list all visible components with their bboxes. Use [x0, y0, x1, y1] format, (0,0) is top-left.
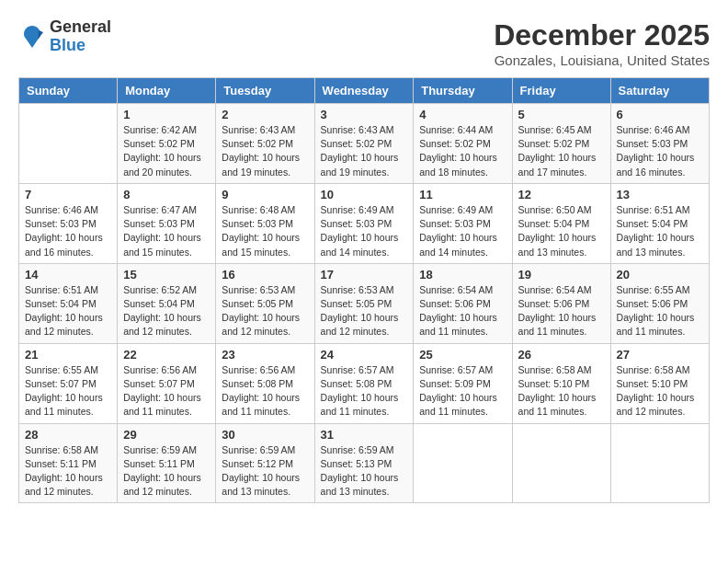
day-info: Sunrise: 6:55 AM Sunset: 5:07 PM Dayligh… — [25, 363, 111, 419]
calendar-table: SundayMondayTuesdayWednesdayThursdayFrid… — [18, 77, 710, 503]
day-number: 4 — [419, 108, 506, 121]
day-info: Sunrise: 6:59 AM Sunset: 5:13 PM Dayligh… — [321, 443, 408, 500]
day-number: 19 — [518, 268, 605, 282]
day-number: 9 — [222, 188, 308, 201]
day-info: Sunrise: 6:52 AM Sunset: 5:04 PM Dayligh… — [123, 283, 210, 339]
day-number: 11 — [419, 188, 506, 201]
day-number: 29 — [123, 428, 210, 442]
column-header-friday: Friday — [512, 78, 610, 104]
column-header-sunday: Sunday — [19, 78, 118, 104]
day-cell: 7Sunrise: 6:46 AM Sunset: 5:03 PM Daylig… — [19, 183, 118, 263]
day-info: Sunrise: 6:59 AM Sunset: 5:12 PM Dayligh… — [222, 443, 308, 500]
column-header-tuesday: Tuesday — [216, 78, 314, 104]
day-number: 22 — [123, 348, 210, 362]
day-cell: 6Sunrise: 6:46 AM Sunset: 5:03 PM Daylig… — [610, 104, 709, 184]
day-cell: 13Sunrise: 6:51 AM Sunset: 5:04 PM Dayli… — [610, 183, 709, 263]
logo: General Blue — [18, 18, 111, 55]
day-info: Sunrise: 6:43 AM Sunset: 5:02 PM Dayligh… — [321, 123, 408, 179]
day-cell: 28Sunrise: 6:58 AM Sunset: 5:11 PM Dayli… — [19, 423, 118, 503]
day-cell — [610, 423, 709, 503]
day-info: Sunrise: 6:51 AM Sunset: 5:04 PM Dayligh… — [617, 203, 703, 259]
week-row-2: 7Sunrise: 6:46 AM Sunset: 5:03 PM Daylig… — [19, 183, 710, 263]
day-info: Sunrise: 6:48 AM Sunset: 5:03 PM Dayligh… — [222, 203, 308, 259]
day-cell: 24Sunrise: 6:57 AM Sunset: 5:08 PM Dayli… — [314, 343, 414, 423]
day-number: 5 — [518, 108, 605, 121]
day-info: Sunrise: 6:51 AM Sunset: 5:04 PM Dayligh… — [25, 283, 111, 339]
day-info: Sunrise: 6:50 AM Sunset: 5:04 PM Dayligh… — [518, 203, 605, 259]
day-number: 16 — [222, 268, 308, 282]
day-info: Sunrise: 6:46 AM Sunset: 5:03 PM Dayligh… — [617, 123, 703, 179]
day-cell — [414, 423, 512, 503]
day-number: 27 — [617, 348, 703, 362]
day-number: 13 — [617, 188, 703, 201]
day-info: Sunrise: 6:54 AM Sunset: 5:06 PM Dayligh… — [518, 283, 605, 339]
day-cell: 9Sunrise: 6:48 AM Sunset: 5:03 PM Daylig… — [216, 183, 314, 263]
day-cell — [512, 423, 610, 503]
day-number: 21 — [25, 348, 111, 362]
column-header-monday: Monday — [118, 78, 216, 104]
logo-general-text: General — [50, 17, 111, 36]
day-info: Sunrise: 6:55 AM Sunset: 5:06 PM Dayligh… — [617, 283, 703, 339]
day-number: 3 — [321, 108, 408, 121]
day-cell: 1Sunrise: 6:42 AM Sunset: 5:02 PM Daylig… — [118, 104, 216, 184]
calendar-body: 1Sunrise: 6:42 AM Sunset: 5:02 PM Daylig… — [19, 104, 710, 503]
day-info: Sunrise: 6:59 AM Sunset: 5:11 PM Dayligh… — [123, 443, 210, 500]
day-info: Sunrise: 6:54 AM Sunset: 5:06 PM Dayligh… — [419, 283, 506, 339]
week-row-3: 14Sunrise: 6:51 AM Sunset: 5:04 PM Dayli… — [19, 263, 710, 343]
day-cell: 10Sunrise: 6:49 AM Sunset: 5:03 PM Dayli… — [314, 183, 414, 263]
day-info: Sunrise: 6:49 AM Sunset: 5:03 PM Dayligh… — [419, 203, 506, 259]
day-number: 12 — [518, 188, 605, 201]
day-cell: 17Sunrise: 6:53 AM Sunset: 5:05 PM Dayli… — [314, 263, 414, 343]
month-title: December 2025 — [494, 18, 710, 52]
calendar-header: SundayMondayTuesdayWednesdayThursdayFrid… — [19, 78, 710, 104]
day-info: Sunrise: 6:42 AM Sunset: 5:02 PM Dayligh… — [123, 123, 210, 179]
day-number: 23 — [222, 348, 308, 362]
day-number: 6 — [617, 108, 703, 121]
week-row-1: 1Sunrise: 6:42 AM Sunset: 5:02 PM Daylig… — [19, 104, 710, 184]
day-number: 30 — [222, 428, 308, 442]
week-row-5: 28Sunrise: 6:58 AM Sunset: 5:11 PM Dayli… — [19, 423, 710, 503]
day-number: 18 — [419, 268, 506, 282]
day-info: Sunrise: 6:47 AM Sunset: 5:03 PM Dayligh… — [123, 203, 210, 259]
day-number: 8 — [123, 188, 210, 201]
column-header-wednesday: Wednesday — [314, 78, 414, 104]
day-number: 10 — [321, 188, 408, 201]
day-cell: 29Sunrise: 6:59 AM Sunset: 5:11 PM Dayli… — [118, 423, 216, 503]
day-info: Sunrise: 6:56 AM Sunset: 5:08 PM Dayligh… — [222, 363, 308, 419]
day-cell: 30Sunrise: 6:59 AM Sunset: 5:12 PM Dayli… — [216, 423, 314, 503]
day-cell: 5Sunrise: 6:45 AM Sunset: 5:02 PM Daylig… — [512, 104, 610, 184]
day-number: 14 — [25, 268, 111, 282]
day-cell — [19, 104, 118, 184]
day-number: 7 — [25, 188, 111, 201]
day-info: Sunrise: 6:57 AM Sunset: 5:09 PM Dayligh… — [419, 363, 506, 419]
logo-icon — [18, 23, 46, 51]
day-cell: 20Sunrise: 6:55 AM Sunset: 5:06 PM Dayli… — [610, 263, 709, 343]
day-info: Sunrise: 6:46 AM Sunset: 5:03 PM Dayligh… — [25, 203, 111, 259]
week-row-4: 21Sunrise: 6:55 AM Sunset: 5:07 PM Dayli… — [19, 343, 710, 423]
day-cell: 12Sunrise: 6:50 AM Sunset: 5:04 PM Dayli… — [512, 183, 610, 263]
day-number: 24 — [321, 348, 408, 362]
day-cell: 27Sunrise: 6:58 AM Sunset: 5:10 PM Dayli… — [610, 343, 709, 423]
day-cell: 11Sunrise: 6:49 AM Sunset: 5:03 PM Dayli… — [414, 183, 512, 263]
day-info: Sunrise: 6:43 AM Sunset: 5:02 PM Dayligh… — [222, 123, 308, 179]
day-number: 2 — [222, 108, 308, 121]
page-header: General Blue December 2025 Gonzales, Lou… — [18, 18, 710, 68]
location-text: Gonzales, Louisiana, United States — [494, 52, 710, 68]
day-info: Sunrise: 6:58 AM Sunset: 5:11 PM Dayligh… — [25, 443, 111, 500]
day-info: Sunrise: 6:49 AM Sunset: 5:03 PM Dayligh… — [321, 203, 408, 259]
day-info: Sunrise: 6:44 AM Sunset: 5:02 PM Dayligh… — [419, 123, 506, 179]
title-block: December 2025 Gonzales, Louisiana, Unite… — [494, 18, 710, 68]
logo-blue-text: Blue — [50, 36, 85, 54]
day-cell: 3Sunrise: 6:43 AM Sunset: 5:02 PM Daylig… — [314, 104, 414, 184]
day-cell: 8Sunrise: 6:47 AM Sunset: 5:03 PM Daylig… — [118, 183, 216, 263]
day-cell: 22Sunrise: 6:56 AM Sunset: 5:07 PM Dayli… — [118, 343, 216, 423]
day-cell: 19Sunrise: 6:54 AM Sunset: 5:06 PM Dayli… — [512, 263, 610, 343]
day-info: Sunrise: 6:58 AM Sunset: 5:10 PM Dayligh… — [518, 363, 605, 419]
day-number: 28 — [25, 428, 111, 442]
day-number: 17 — [321, 268, 408, 282]
day-cell: 25Sunrise: 6:57 AM Sunset: 5:09 PM Dayli… — [414, 343, 512, 423]
day-info: Sunrise: 6:53 AM Sunset: 5:05 PM Dayligh… — [321, 283, 408, 339]
day-info: Sunrise: 6:45 AM Sunset: 5:02 PM Dayligh… — [518, 123, 605, 179]
header-row: SundayMondayTuesdayWednesdayThursdayFrid… — [19, 78, 710, 104]
day-cell: 23Sunrise: 6:56 AM Sunset: 5:08 PM Dayli… — [216, 343, 314, 423]
